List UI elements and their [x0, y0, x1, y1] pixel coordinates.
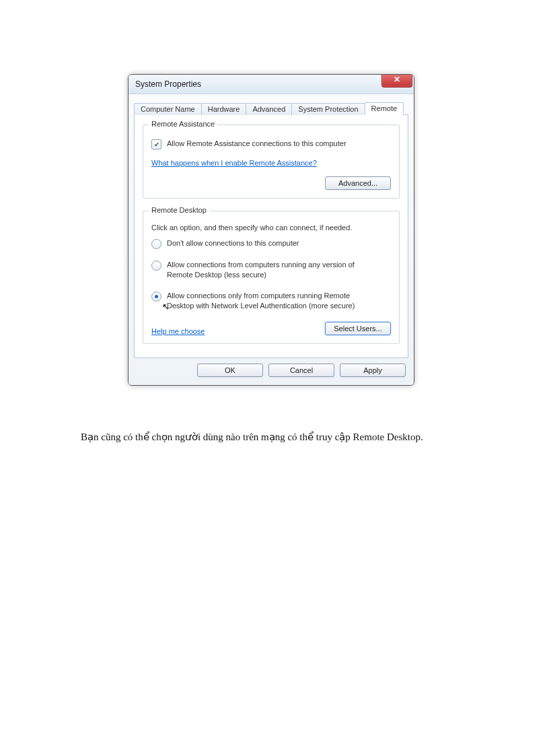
button-cancel[interactable]: Cancel	[268, 364, 334, 377]
button-ok[interactable]: OK	[197, 364, 263, 377]
checkbox-allow-assistance-label: Allow Remote Assistance connections to t…	[167, 139, 346, 149]
link-what-happens-assistance[interactable]: What happens when I enable Remote Assist…	[151, 159, 317, 167]
cursor-icon: ↖	[162, 302, 170, 312]
check-icon: ✔	[154, 141, 159, 148]
titlebar[interactable]: System Properties ✕	[129, 75, 414, 94]
radio-dont-allow-label: Don't allow connections to this computer	[167, 238, 299, 248]
tab-advanced[interactable]: Advanced	[246, 103, 292, 115]
group-title-assistance: Remote Assistance	[149, 120, 217, 128]
radio-allow-any[interactable]	[151, 261, 161, 271]
radio-allow-nla[interactable]	[151, 291, 161, 302]
button-select-users[interactable]: Select Users...	[325, 322, 391, 335]
radio-allow-any-label: Allow connections from computers running…	[167, 260, 375, 280]
remote-desktop-instruction: Click an option, and then specify who ca…	[151, 224, 391, 232]
radio-dont-allow[interactable]	[151, 239, 161, 249]
group-title-desktop: Remote Desktop	[149, 206, 209, 214]
tab-panel-remote: Remote Assistance ✔ Allow Remote Assista…	[134, 115, 408, 358]
radio-allow-nla-label: Allow connections only from computers ru…	[167, 291, 375, 311]
close-button[interactable]: ✕	[381, 74, 412, 88]
page-caption: Bạn cũng có thể chọn người dùng nào trên…	[81, 431, 423, 443]
button-advanced[interactable]: Advanced...	[325, 176, 391, 190]
tab-hardware[interactable]: Hardware	[201, 103, 247, 115]
group-remote-desktop: Remote Desktop Click an option, and then…	[143, 211, 400, 344]
checkbox-allow-assistance[interactable]: ✔	[151, 139, 161, 149]
close-icon: ✕	[394, 75, 400, 84]
tab-remote[interactable]: Remote	[365, 102, 404, 115]
link-help-me-choose[interactable]: Help me choose	[151, 327, 205, 335]
dialog-client-area: Computer Name Hardware Advanced System P…	[129, 94, 414, 385]
button-apply[interactable]: Apply	[340, 364, 406, 377]
tabstrip: Computer Name Hardware Advanced System P…	[134, 100, 408, 115]
radio-dot-icon	[155, 295, 158, 298]
tab-system-protection[interactable]: System Protection	[291, 103, 365, 115]
tab-computer-name[interactable]: Computer Name	[134, 103, 202, 115]
system-properties-dialog: System Properties ✕ Computer Name Hardwa…	[128, 74, 414, 386]
dialog-buttons: OK Cancel Apply	[134, 358, 408, 378]
window-title: System Properties	[135, 79, 201, 89]
group-remote-assistance: Remote Assistance ✔ Allow Remote Assista…	[143, 125, 400, 199]
